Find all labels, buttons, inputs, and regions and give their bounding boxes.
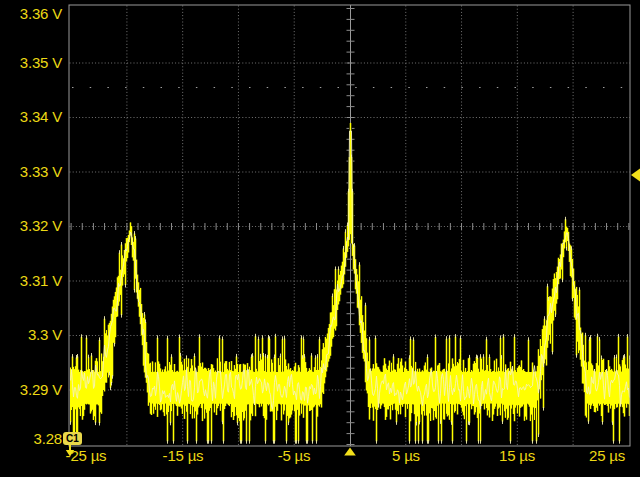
y-axis-label: 3.36 V — [0, 6, 62, 22]
x-axis-label: -5 µs — [263, 447, 325, 465]
y-axis-label: 3.29 V — [0, 382, 62, 398]
trigger-level-arrow-icon[interactable] — [631, 169, 640, 182]
x-axis-label: -15 µs — [152, 447, 214, 465]
y-axis-label: 3.32 V — [0, 218, 62, 234]
trigger-position-marker-icon[interactable] — [344, 448, 356, 456]
x-axis-label: 15 µs — [486, 447, 548, 465]
y-axis-label: 3.35 V — [0, 55, 62, 71]
y-axis-label: 3.31 V — [0, 273, 62, 289]
y-axis-label: 3.34 V — [0, 109, 62, 125]
y-axis-label: 3.33 V — [0, 164, 62, 180]
waveform-display — [0, 0, 640, 477]
y-axis-label: 3.3 V — [0, 327, 62, 343]
x-axis-label: 25 µs — [576, 447, 638, 465]
oscilloscope-screen: 3.36 V 3.35 V 3.34 V 3.33 V 3.32 V 3.31 … — [0, 0, 640, 477]
channel-badge[interactable]: C1 — [63, 432, 82, 445]
x-axis-label: -25 µs — [55, 447, 117, 465]
x-axis-label: 5 µs — [375, 447, 437, 465]
y-axis-label: 3.28 — [0, 431, 62, 447]
